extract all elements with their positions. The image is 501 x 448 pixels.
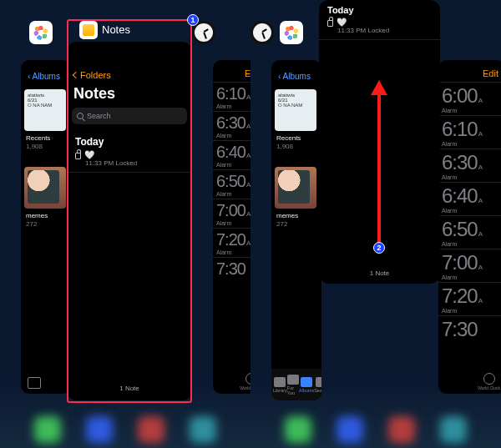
lock-icon [327,20,333,27]
photo-thumb-1: alattwts 6/21 O NA NAM [24,89,66,131]
clock-icon[interactable] [250,21,274,44]
alarm-row[interactable]: 6:30AAlarm [213,111,250,140]
alarm-row[interactable]: 6:10AAlarm [438,115,501,148]
notes-footer-count: 1 Note [319,269,440,277]
callout-badge-1: 1 [187,14,199,26]
screenshot-right: ‹ Albums alattwts 6/21 O NA NAM Recents1… [250,0,501,448]
worldclock-tab[interactable]: World Clock [478,373,500,390]
swipe-arrow-head [371,80,387,95]
section-today-header: Today [319,0,440,18]
tab-foryou[interactable]: For You [287,375,299,395]
alarm-row[interactable]: 7:30 [213,257,250,280]
alarm-row[interactable]: 7:20AAlarm [213,228,250,257]
alarm-row[interactable]: 6:50AAlarm [438,215,501,249]
tab-search[interactable]: Search [314,377,321,393]
clock-card[interactable]: Edit 6:00AAlarm 6:10AAlarm 6:30AAlarm 6:… [438,60,501,394]
worldclock-tab[interactable]: World Clock [240,373,250,390]
tab-albums[interactable]: Albums [299,377,314,393]
note-row[interactable]: 🤍 11:33 PM Locked [319,18,440,40]
photos-albums-heading: ‹ Albums [21,60,71,88]
clock-card[interactable]: Edit 6:10AAlarm 6:30AAlarm 6:40AAlarm 6:… [213,60,250,394]
note-title: 🤍 [337,18,347,27]
recents-caption: Recents1,908 [26,134,71,150]
photo-thumb-1: alattwts 6/21 O NA NAM [275,89,316,131]
app-switcher[interactable]: ‹ Albums alattwts 6/21 O NA NAM Recents1… [0,0,250,448]
library-icon [274,377,286,387]
alarm-row[interactable]: 7:00AAlarm [438,249,501,282]
photos-card[interactable]: ‹ Albums alattwts 6/21 O NA NAM Recents1… [21,60,71,394]
callout-badge-2: 2 [373,242,385,254]
app-switcher[interactable]: ‹ Albums alattwts 6/21 O NA NAM Recents1… [250,0,501,448]
photo-thumb-2 [275,167,316,209]
alarm-row[interactable]: 6:30AAlarm [438,148,501,182]
tab-library[interactable]: Library [273,377,287,393]
globe-icon [483,373,495,385]
alarm-row[interactable]: 7:00AAlarm [213,199,250,228]
memes-caption: memes272 [26,212,71,228]
alarm-row[interactable]: 7:30 [438,315,501,343]
swipe-arrow-line [377,92,381,242]
screenshot-left: ‹ Albums alattwts 6/21 O NA NAM Recents1… [0,0,250,448]
photos-icon[interactable] [29,21,53,44]
alarm-row[interactable]: 6:10AAlarm [213,82,250,111]
alarm-row[interactable]: 6:40AAlarm [438,182,501,215]
alarm-row[interactable]: 6:50AAlarm [213,169,250,199]
memes-caption: memes272 [276,212,321,228]
photos-tabbar: Library For You Albums Search [271,369,321,400]
foryou-icon [287,375,299,385]
search-icon [316,377,321,387]
albums-icon [301,377,312,387]
photos-albums-heading: ‹ Albums [271,60,321,88]
alarm-row[interactable]: 6:40AAlarm [213,140,250,169]
library-tab-icon [28,377,41,389]
clock-edit-button[interactable]: Edit [213,60,250,82]
alarm-row[interactable]: 7:20AAlarm [438,282,501,315]
alarm-row[interactable]: 6:00AAlarm [438,82,501,115]
photo-thumb-2 [24,167,66,209]
photos-icon[interactable] [280,21,303,44]
note-meta: 11:33 PM Locked [327,27,440,34]
photos-card[interactable]: ‹ Albums alattwts 6/21 O NA NAM Recents1… [271,60,321,400]
callout-highlight-box [67,19,192,403]
clock-edit-button[interactable]: Edit [438,60,501,82]
recents-caption: Recents1,908 [276,134,321,150]
